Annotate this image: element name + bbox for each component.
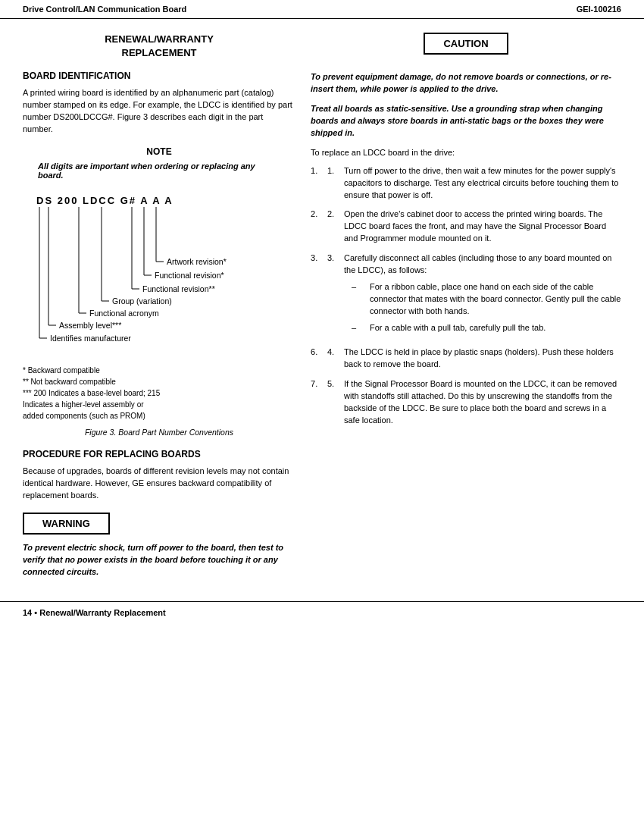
note-title: NOTE bbox=[30, 146, 288, 157]
footnote3: *** 200 Indicates a base-level board; 21… bbox=[23, 387, 295, 399]
footnote3c: added components (such as PROM) bbox=[23, 410, 295, 422]
note-box: NOTE All digits are important when order… bbox=[30, 146, 288, 180]
warning-text: To prevent electric shock, turn off powe… bbox=[23, 542, 295, 578]
step-1: 1. Turn off power to the drive, then wai… bbox=[311, 165, 621, 202]
diagram-svg: DS 200 LDCC G# A A A Identifies manufact… bbox=[26, 190, 283, 357]
sub-item-3-2: For a cable with a pull tab, carefully p… bbox=[352, 322, 621, 334]
sub-item-3-1: For a ribbon cable, place one hand on ea… bbox=[352, 281, 621, 318]
header-right: GEI-100216 bbox=[577, 5, 621, 14]
svg-text:Identifies manufacturer: Identifies manufacturer bbox=[50, 334, 131, 343]
note-text: All digits are important when ordering o… bbox=[38, 161, 280, 180]
left-column: RENEWAL/WARRANTY REPLACEMENT BOARD IDENT… bbox=[23, 19, 295, 586]
warning-wrapper: WARNING bbox=[23, 513, 295, 535]
procedure-title: PROCEDURE FOR REPLACING BOARDS bbox=[23, 449, 295, 459]
right-column: CAUTION To prevent equipment damage, do … bbox=[311, 19, 621, 586]
footnotes: * Backward compatible ** Not backward co… bbox=[23, 365, 295, 422]
step-5: 5. If the Signal Processor Board is moun… bbox=[311, 378, 621, 427]
warning-label: WARNING bbox=[42, 518, 90, 529]
step-2: 2. Open the drive's cabinet door to acce… bbox=[311, 208, 621, 245]
footnote1: * Backward compatible bbox=[23, 365, 295, 376]
caution-text-1: To prevent equipment damage, do not remo… bbox=[311, 71, 621, 96]
footer-text: 14 • Renewal/Warranty Replacement bbox=[23, 608, 166, 617]
sub-list-3: For a ribbon cable, place one hand on ea… bbox=[352, 281, 621, 334]
caution-label: CAUTION bbox=[443, 38, 488, 49]
svg-text:Assembly level***: Assembly level*** bbox=[59, 321, 121, 330]
page: Drive Control/LAN Communication Board GE… bbox=[0, 0, 644, 834]
steps-list: 1. Turn off power to the drive, then wai… bbox=[311, 165, 621, 427]
header-left: Drive Control/LAN Communication Board bbox=[23, 5, 186, 14]
step-4: 4. The LDCC is held in place by plastic … bbox=[311, 346, 621, 371]
footer: 14 • Renewal/Warranty Replacement bbox=[0, 601, 644, 623]
svg-text:Artwork revision*: Artwork revision* bbox=[167, 257, 227, 266]
svg-text:Functional acronym: Functional acronym bbox=[89, 309, 159, 318]
part-number-diagram: DS 200 LDCC G# A A A Identifies manufact… bbox=[26, 190, 295, 359]
board-id-title: BOARD IDENTIFICATION bbox=[23, 71, 295, 81]
svg-text:Functional revision**: Functional revision** bbox=[142, 284, 215, 293]
footnote2: ** Not backward compatible bbox=[23, 376, 295, 387]
caution-text-2: Treat all boards as static-sensitive. Us… bbox=[311, 103, 621, 140]
svg-text:Functional revision*: Functional revision* bbox=[155, 271, 224, 280]
caution-box: CAUTION bbox=[424, 33, 508, 55]
warning-box: WARNING bbox=[23, 513, 110, 535]
svg-text:Group (variation): Group (variation) bbox=[112, 296, 172, 306]
board-id-text: A printed wiring board is identified by … bbox=[23, 87, 295, 136]
footnote3b: Indicates a higher-level assembly or bbox=[23, 399, 295, 410]
content-area: RENEWAL/WARRANTY REPLACEMENT BOARD IDENT… bbox=[0, 19, 644, 586]
header: Drive Control/LAN Communication Board GE… bbox=[0, 0, 644, 19]
intro-text: To replace an LDCC board in the drive: bbox=[311, 147, 621, 159]
step-3: 3. Carefully disconnect all cables (incl… bbox=[311, 252, 621, 339]
procedure-text: Because of upgrades, boards of different… bbox=[23, 466, 295, 502]
caution-wrapper: CAUTION bbox=[311, 33, 621, 64]
main-title: RENEWAL/WARRANTY REPLACEMENT bbox=[23, 33, 295, 60]
svg-text:DS 200 LDCC G# A  A  A: DS 200 LDCC G# A A A bbox=[36, 195, 174, 206]
figure-caption: Figure 3. Board Part Number Conventions bbox=[23, 428, 295, 437]
